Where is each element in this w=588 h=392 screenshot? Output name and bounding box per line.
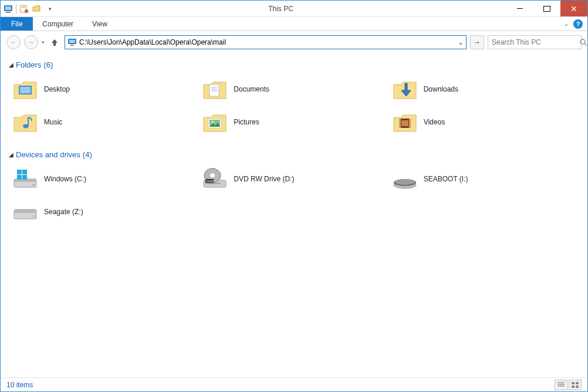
ribbon-expand-icon[interactable]: ⌄ xyxy=(564,21,569,27)
folders-grid: Desktop Documents Downloads Music Pictur… xyxy=(9,72,579,147)
svg-point-5 xyxy=(25,9,28,13)
recent-locations-dropdown[interactable]: ▾ xyxy=(42,39,45,45)
group-count: (6) xyxy=(43,60,53,69)
folder-documents[interactable]: Documents xyxy=(202,75,386,103)
search-icon xyxy=(580,39,587,46)
folder-pictures[interactable]: Pictures xyxy=(202,108,386,136)
forward-button[interactable]: → xyxy=(24,35,38,49)
drive-seagate-z[interactable]: Seagate (Z:) xyxy=(12,198,196,226)
svg-rect-7 xyxy=(69,40,75,43)
svg-rect-47 xyxy=(572,382,575,384)
quick-access-toolbar: ▾ xyxy=(1,4,55,14)
minimize-button[interactable] xyxy=(506,1,533,16)
svg-point-17 xyxy=(23,124,29,129)
folder-label: Desktop xyxy=(44,85,70,93)
drive-label: SEABOOT (I:) xyxy=(424,175,468,183)
downloads-folder-icon xyxy=(392,76,418,102)
svg-rect-2 xyxy=(6,12,11,13)
search-box[interactable] xyxy=(488,35,582,49)
svg-point-9 xyxy=(580,39,585,44)
svg-rect-28 xyxy=(17,170,22,174)
music-folder-icon xyxy=(12,109,38,135)
navigation-row: ← → ▾ ⌄ → xyxy=(1,31,587,53)
go-button[interactable]: → xyxy=(470,35,484,49)
group-header-drives[interactable]: ◢ Devices and drives (4) xyxy=(9,147,579,161)
drive-windows-c[interactable]: Windows (C:) xyxy=(12,165,196,193)
folder-label: Pictures xyxy=(234,118,259,126)
svg-rect-49 xyxy=(572,386,575,388)
documents-folder-icon xyxy=(202,76,228,102)
svg-rect-8 xyxy=(70,45,74,46)
content-area: ◢ Folders (6) Desktop Documents Download… xyxy=(1,53,587,377)
external-drive-icon xyxy=(392,166,418,192)
hdd-drive-icon xyxy=(12,199,38,225)
svg-text:DVD: DVD xyxy=(207,180,214,183)
drive-label: DVD RW Drive (D:) xyxy=(234,175,294,183)
svg-point-35 xyxy=(210,174,215,178)
search-input[interactable] xyxy=(492,38,580,46)
videos-folder-icon xyxy=(392,109,418,135)
qat-dropdown-icon[interactable]: ▾ xyxy=(45,4,55,14)
new-folder-icon[interactable] xyxy=(32,4,42,14)
tab-computer[interactable]: Computer xyxy=(33,17,83,31)
svg-rect-24 xyxy=(401,120,408,126)
window-title: This PC xyxy=(55,5,506,13)
folder-label: Documents xyxy=(234,85,269,93)
svg-rect-12 xyxy=(20,87,31,93)
address-input[interactable] xyxy=(79,36,455,49)
svg-rect-42 xyxy=(14,209,36,213)
windows-drive-icon xyxy=(12,166,38,192)
folder-label: Downloads xyxy=(424,85,458,93)
details-view-button[interactable] xyxy=(555,380,567,390)
maximize-button[interactable] xyxy=(533,1,560,16)
status-text: 10 items xyxy=(6,381,33,389)
help-icon[interactable]: ? xyxy=(573,19,583,29)
svg-rect-50 xyxy=(576,386,579,388)
file-tab[interactable]: File xyxy=(1,17,33,31)
desktop-folder-icon xyxy=(12,76,38,102)
drives-grid: Windows (C:) DVD DVD RW Drive (D:) SEABO… xyxy=(9,161,579,236)
svg-rect-22 xyxy=(399,119,401,128)
folder-music[interactable]: Music xyxy=(12,108,196,136)
drive-seaboot-i[interactable]: SEABOOT (I:) xyxy=(392,165,576,193)
folder-videos[interactable]: Videos xyxy=(392,108,576,136)
folder-label: Videos xyxy=(424,118,445,126)
tab-view[interactable]: View xyxy=(83,17,117,31)
large-icons-view-button[interactable] xyxy=(569,380,582,390)
group-title: Devices and drives xyxy=(16,150,80,159)
group-title: Folders xyxy=(16,60,41,69)
qat-separator xyxy=(16,4,16,13)
svg-rect-29 xyxy=(22,170,27,174)
drive-label: Seagate (Z:) xyxy=(44,208,83,216)
back-button[interactable]: ← xyxy=(6,35,21,49)
svg-point-27 xyxy=(33,184,35,186)
folder-downloads[interactable]: Downloads xyxy=(392,75,576,103)
address-dropdown-icon[interactable]: ⌄ xyxy=(455,38,466,46)
this-pc-icon xyxy=(67,37,77,48)
ribbon-tabs: File Computer View ⌄ ? xyxy=(1,17,587,31)
folder-desktop[interactable]: Desktop xyxy=(12,75,196,103)
address-bar[interactable]: ⌄ xyxy=(65,35,467,49)
dvd-drive-icon: DVD xyxy=(202,166,228,192)
drive-dvd-d[interactable]: DVD DVD RW Drive (D:) xyxy=(202,165,386,193)
group-count: (4) xyxy=(83,150,92,159)
group-header-folders[interactable]: ◢ Folders (6) xyxy=(9,57,579,72)
up-button[interactable] xyxy=(48,36,61,49)
collapse-icon[interactable]: ◢ xyxy=(9,62,13,68)
svg-point-43 xyxy=(33,215,35,217)
svg-line-10 xyxy=(584,43,587,46)
properties-icon[interactable] xyxy=(19,4,29,14)
collapse-icon[interactable]: ◢ xyxy=(9,151,13,158)
svg-rect-1 xyxy=(5,6,11,10)
svg-rect-4 xyxy=(22,6,25,8)
close-button[interactable]: ✕ xyxy=(560,1,587,16)
svg-rect-31 xyxy=(22,175,27,180)
svg-point-40 xyxy=(395,179,415,185)
folder-label: Music xyxy=(44,118,62,126)
status-bar: 10 items xyxy=(1,377,587,391)
title-bar: ▾ This PC ✕ xyxy=(1,1,587,17)
svg-rect-48 xyxy=(576,382,579,384)
svg-rect-23 xyxy=(409,119,411,128)
app-icon xyxy=(3,4,13,14)
window-controls: ✕ xyxy=(506,1,587,16)
